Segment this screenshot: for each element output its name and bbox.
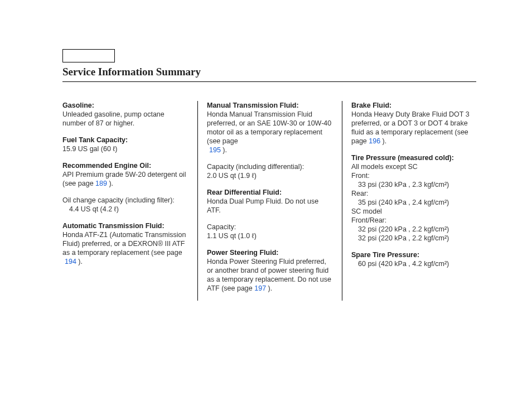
gasoline-heading: Gasoline: [62,102,94,109]
tp-line-2: Front: [351,172,370,180]
mtf-cap-value: 2.0 US qt (1.9 ℓ) [207,172,257,180]
page-link-189[interactable]: 189 [95,180,107,187]
column-2: Manual Transmission Fluid: Honda Manual … [197,101,342,301]
logo-placeholder [62,49,115,62]
rdf-block: Rear Differential Fluid: Honda Dual Pump… [207,188,332,215]
mtf-text-1: Honda Manual Transmission Fluid preferre… [207,110,331,145]
fuel-heading: Fuel Tank Capacity: [62,136,128,144]
mtf-block: Manual Transmission Fluid: Honda Manual … [207,101,332,154]
bf-heading: Brake Fluid: [351,102,391,109]
content-columns: Gasoline: Unleaded gasoline, pump octane… [62,101,476,301]
bf-text-2: ). [380,137,386,145]
tp-line-9: 32 psi (220 kPa , 2.2 kgf/cm²) [351,234,449,242]
psf-heading: Power Steering Fluid: [207,249,279,257]
mtf-cap-block: Capacity (including differential): 2.0 U… [207,162,332,180]
column-3: Brake Fluid: Honda Heavy Duty Brake Flui… [342,101,476,301]
atf-text-2: ). [76,258,83,265]
page-link-196[interactable]: 196 [369,137,380,145]
rdf-heading: Rear Differential Fluid: [207,189,282,196]
sp-value: 60 psi (420 kPa , 4.2 kgf/cm²) [351,260,449,268]
tp-line-3: 33 psi (230 kPa , 2.3 kgf/cm²) [351,181,449,189]
rdf-cap-value: 1.1 US qt (1.0 ℓ) [207,232,257,240]
tp-line-4: Rear: [351,190,369,197]
tp-heading: Tire Pressure (measured cold): [351,154,454,162]
fuel-text: 15.9 US gal (60 ℓ) [62,145,118,153]
brake-fluid-block: Brake Fluid: Honda Heavy Duty Brake Flui… [351,101,476,146]
oil-text-2: ). [107,180,113,187]
page-link-195[interactable]: 195 [207,146,221,154]
atf-text-1: Honda ATF-Z1 (Automatic Transmission Flu… [62,231,186,257]
page-link-194[interactable]: 194 [62,258,76,265]
oil-text-1: API Premium grade 5W-20 detergent oil (s… [62,171,186,187]
page-link-197[interactable]: 197 [254,284,266,292]
mtf-text-2: ). [221,146,227,154]
tp-line-5: 35 psi (240 kPa , 2.4 kgf/cm²) [351,199,449,206]
sp-heading: Spare Tire Pressure: [351,251,419,259]
tp-line-7: Front/Rear: [351,216,386,224]
column-1: Gasoline: Unleaded gasoline, pump octane… [62,101,197,301]
mtf-heading: Manual Transmission Fluid: [207,102,299,109]
oil-capacity-block: Oil change capacity (including filter): … [62,196,187,214]
psf-block: Power Steering Fluid: Honda Power Steeri… [207,248,332,293]
spare-tire-block: Spare Tire Pressure: 60 psi (420 kPa , 4… [351,250,476,268]
psf-text-2: ). [266,284,272,292]
fuel-block: Fuel Tank Capacity: 15.9 US gal (60 ℓ) [62,136,187,153]
atf-block: Automatic Transmission Fluid: Honda ATF-… [62,221,187,266]
tp-line-1: All models except SC [351,163,418,171]
oil-cap-text: Oil change capacity (including filter): [62,196,175,204]
mtf-cap-text: Capacity (including differential): [207,163,304,171]
page-title: Service Information Summary [62,66,476,82]
rdf-cap-text: Capacity: [207,223,236,231]
rdf-cap-block: Capacity: 1.1 US qt (1.0 ℓ) [207,223,332,240]
tp-line-8: 32 psi (220 kPa , 2.2 kgf/cm²) [351,225,449,233]
tire-pressure-block: Tire Pressure (measured cold): All model… [351,153,476,243]
gasoline-block: Gasoline: Unleaded gasoline, pump octane… [62,101,187,128]
tp-line-6: SC model [351,207,382,215]
oil-cap-value: 4.4 US qt (4.2 ℓ) [62,205,119,213]
oil-block: Recommended Engine Oil: API Premium grad… [62,161,187,188]
gasoline-text: Unleaded gasoline, pump octane number of… [62,110,165,127]
oil-heading: Recommended Engine Oil: [62,162,151,170]
page: Service Information Summary Gasoline: Un… [0,0,532,301]
rdf-text: Honda Dual Pump Fluid. Do not use ATF. [207,197,318,214]
atf-heading: Automatic Transmission Fluid: [62,222,165,230]
